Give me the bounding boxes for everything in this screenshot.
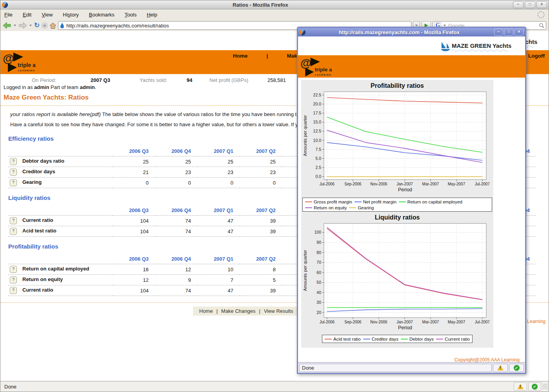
- popup-warning-indicator[interactable]: [493, 364, 508, 372]
- help-button[interactable]: ?: [10, 169, 17, 176]
- ok-check-icon: ✔: [514, 365, 520, 371]
- home-button[interactable]: [49, 21, 56, 30]
- row-label-cell: ?Gearing: [8, 178, 113, 188]
- warning-icon: [517, 384, 524, 389]
- help-button[interactable]: ?: [10, 158, 17, 165]
- svg-text:May-2007: May-2007: [448, 320, 465, 324]
- menu-history[interactable]: History: [63, 12, 78, 18]
- popup-close-button[interactable]: ×: [514, 29, 524, 36]
- popup-maximize-button[interactable]: □: [504, 29, 513, 36]
- footer-nav-home[interactable]: Home: [199, 308, 213, 314]
- menu-view[interactable]: View: [42, 12, 53, 18]
- help-button[interactable]: ?: [10, 179, 17, 186]
- legend-label: Creditor days: [372, 337, 398, 341]
- chart-liquidity-ratios: Liquidity ratios2030405060708090100Jul-2…: [301, 214, 493, 343]
- svg-text:0.0: 0.0: [315, 174, 321, 179]
- value-cell: 0: [113, 178, 155, 188]
- search-engine-dropdown-icon[interactable]: [444, 25, 446, 26]
- svg-text:15.0: 15.0: [313, 120, 322, 124]
- row-label-cell: ?Current ratio: [8, 285, 113, 296]
- value-cell: 5: [240, 275, 282, 285]
- popup-titlebar: http://rails.mazegreenyachts.com - Mozil…: [298, 28, 525, 36]
- back-button[interactable]: [3, 21, 11, 30]
- svg-text:12.5: 12.5: [313, 129, 322, 133]
- popup-minimize-button[interactable]: −: [494, 29, 503, 36]
- help-button[interactable]: ?: [10, 228, 17, 235]
- nav-separator: |: [259, 308, 260, 314]
- minimize-button[interactable]: −: [513, 1, 524, 8]
- value-cell: 104: [113, 285, 155, 296]
- search-icon[interactable]: [539, 23, 544, 28]
- ratios-report-link[interactable]: your ratios report is available here(pdf…: [10, 111, 101, 117]
- main-titlebar: Ratios - Mozilla Firefox − □ ×: [0, 0, 549, 9]
- column-header: 2006 Q4: [155, 254, 197, 264]
- help-button[interactable]: ?: [10, 276, 17, 283]
- menu-edit[interactable]: Edit: [23, 12, 31, 18]
- security-indicator[interactable]: ✔: [528, 382, 541, 391]
- help-button[interactable]: ?: [10, 287, 17, 294]
- svg-text:17.5: 17.5: [313, 111, 322, 115]
- value-cell: 25: [240, 156, 282, 167]
- row-label-cell: ?Acid test ratio: [8, 226, 113, 237]
- column-header: 2006 Q3: [113, 254, 155, 264]
- legend-item: Net profit margin: [354, 200, 396, 204]
- column-header: 2006 Q3: [113, 205, 155, 216]
- popup-page: MAZE GREEN Yachts @ triple a L E A R N I…: [298, 36, 525, 373]
- maximize-button[interactable]: □: [525, 1, 535, 8]
- popup-status-bar: Done ✔: [298, 362, 525, 373]
- legend-swatch: [305, 207, 312, 208]
- value-cell: 10: [197, 264, 240, 275]
- value-cell: 23: [155, 167, 197, 178]
- close-button[interactable]: ×: [536, 1, 547, 8]
- main-status-bar: Done ✔: [0, 381, 549, 392]
- row-label: Debtor days ratio: [22, 158, 64, 164]
- svg-text:5.0: 5.0: [315, 156, 321, 161]
- row-label-cell: ?Return on capital employed: [8, 264, 113, 275]
- reload-button[interactable]: ↻: [34, 21, 40, 30]
- popup-security-indicator[interactable]: ✔: [509, 364, 524, 372]
- back-dropdown-icon[interactable]: [14, 25, 16, 26]
- row-label: Creditor days: [22, 169, 55, 174]
- footer-nav-make-changes[interactable]: Make Changes: [221, 308, 255, 314]
- nav-logoff[interactable]: Logoff: [528, 53, 545, 59]
- forward-dropdown-icon[interactable]: [29, 25, 32, 26]
- menu-help[interactable]: Help: [147, 12, 157, 18]
- site-favicon: [60, 23, 64, 28]
- svg-text:40: 40: [316, 290, 321, 295]
- warning-indicator[interactable]: [514, 382, 527, 391]
- svg-text:Jan-2007: Jan-2007: [396, 182, 413, 186]
- svg-text:22.5: 22.5: [313, 93, 322, 97]
- menu-file[interactable]: File: [4, 12, 13, 18]
- legend-item: Acid test ratio: [325, 337, 361, 341]
- nav-home[interactable]: Home: [233, 53, 248, 59]
- row-label-cell: ?Current ratio: [8, 216, 113, 226]
- resize-grip[interactable]: [542, 384, 548, 389]
- column-header: 2007 Q1: [197, 146, 240, 156]
- svg-text:30: 30: [316, 300, 321, 305]
- popup-window: http://rails.mazegreenyachts.com - Mozil…: [297, 27, 526, 374]
- chart-profitability-ratios: Profitability ratios0.02.55.07.510.012.5…: [301, 82, 493, 212]
- svg-text:L E A R N I N G: L E A R N I N G: [315, 74, 331, 76]
- forward-button[interactable]: [18, 21, 27, 30]
- stat-label: Net profit (GBPs): [209, 77, 267, 83]
- header-spacer: [8, 254, 113, 264]
- svg-text:Jul-2007: Jul-2007: [475, 182, 489, 186]
- footer-nav-view-results[interactable]: View Results: [264, 308, 293, 314]
- svg-text:70: 70: [316, 260, 321, 265]
- help-button[interactable]: ?: [10, 266, 17, 273]
- legend-swatch: [354, 201, 362, 202]
- row-label: Acid test ratio: [22, 228, 56, 234]
- column-header: 2006 Q4: [155, 146, 197, 156]
- row-label: Return on capital employed: [22, 266, 89, 272]
- url-text: http://rails.mazegreenyachts.com/result/…: [66, 23, 169, 29]
- legend-label: Net profit margin: [363, 200, 396, 204]
- charts-panel: Profitability ratios0.02.55.07.510.012.5…: [301, 80, 493, 348]
- svg-text:80: 80: [316, 250, 321, 255]
- help-button[interactable]: ?: [10, 217, 17, 224]
- menu-tools[interactable]: Tools: [125, 12, 136, 18]
- svg-text:20.0: 20.0: [313, 102, 322, 106]
- stop-icon: ✕: [41, 22, 48, 29]
- menu-bookmarks[interactable]: Bookmarks: [89, 12, 115, 18]
- legend-swatch: [363, 339, 370, 339]
- stop-button[interactable]: ✕: [41, 21, 48, 30]
